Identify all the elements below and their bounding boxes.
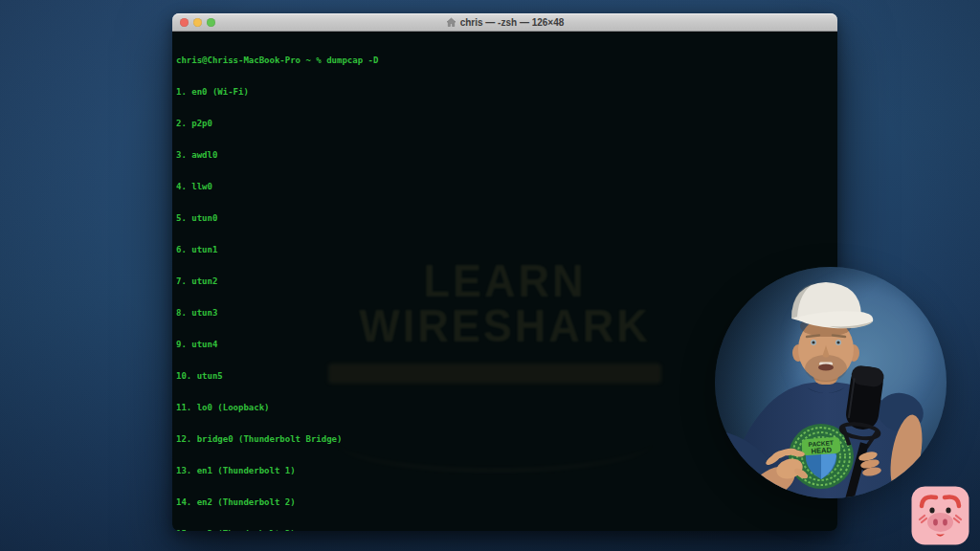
minimize-button[interactable] bbox=[193, 18, 202, 27]
presenter-illustration: PACKET HEAD bbox=[715, 267, 947, 498]
terminal-line: 6. utun1 bbox=[176, 245, 837, 255]
terminal-content[interactable]: chris@Chriss-MacBook-Pro ~ % dumpcap -D … bbox=[172, 32, 837, 531]
terminal-line: 14. en2 (Thunderbolt 2) bbox=[176, 497, 837, 508]
terminal-line: 4. llw0 bbox=[176, 182, 837, 192]
traffic-lights bbox=[180, 18, 215, 27]
zoom-button[interactable] bbox=[207, 18, 215, 27]
pig-snout bbox=[927, 513, 953, 532]
terminal-line: 7. utun2 bbox=[176, 276, 837, 287]
pig-face-icon bbox=[911, 486, 969, 545]
window-title: chris — -zsh — 126×48 bbox=[460, 17, 565, 28]
terminal-line: 15. en3 (Thunderbolt 3) bbox=[176, 529, 837, 531]
terminal-window: chris — -zsh — 126×48 chris@Chriss-MacBo… bbox=[172, 13, 837, 531]
terminal-line: 3. awdl0 bbox=[176, 150, 837, 161]
shirt-logo-text-bottom: HEAD bbox=[811, 446, 832, 456]
terminal-line: 13. en1 (Thunderbolt 1) bbox=[176, 466, 837, 476]
home-folder-icon bbox=[446, 17, 457, 28]
close-button[interactable] bbox=[180, 18, 189, 27]
terminal-line: 1. en0 (Wi-Fi) bbox=[176, 87, 837, 98]
terminal-line: 5. utun0 bbox=[176, 213, 837, 224]
desktop: chris — -zsh — 126×48 chris@Chriss-MacBo… bbox=[0, 0, 980, 551]
webcam-overlay: PACKET HEAD bbox=[715, 267, 947, 498]
terminal-line: 2. p2p0 bbox=[176, 119, 837, 129]
window-titlebar[interactable]: chris — -zsh — 126×48 bbox=[172, 13, 837, 32]
terminal-line: chris@Chriss-MacBook-Pro ~ % dumpcap -D bbox=[176, 55, 837, 66]
window-title-group: chris — -zsh — 126×48 bbox=[446, 17, 565, 28]
